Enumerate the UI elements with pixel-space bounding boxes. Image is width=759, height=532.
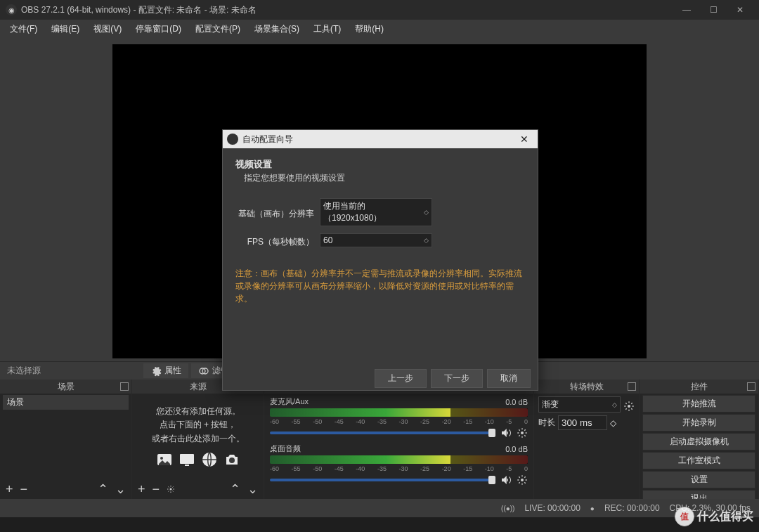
sources-panel: 来源 您还没有添加任何源。 点击下面的 + 按钮， 或者右击此处添加一个。 + … [132, 379, 264, 499]
dialog-subheading: 指定您想要使用的视频设置 [244, 172, 525, 184]
menu-file[interactable]: 文件(F) [3, 20, 44, 38]
transition-select[interactable]: 渐变◇ [538, 396, 621, 413]
watermark-text: 什么值得买 [697, 510, 753, 524]
chevron-icon: ◇ [424, 237, 429, 244]
duration-label: 时长 [538, 417, 555, 429]
start-recording-button[interactable]: 开始录制 [642, 414, 755, 432]
settings-button[interactable]: 设置 [642, 471, 755, 488]
svg-point-10 [521, 479, 524, 481]
source-type-icons [155, 451, 241, 468]
volume-slider[interactable] [270, 479, 495, 481]
mixer-panel: 混音器 麦克风/Aux 0.0 dB -60-55-50-45-40-35-30… [264, 379, 534, 499]
monitor-icon [178, 451, 196, 468]
svg-point-8 [170, 488, 172, 491]
transitions-panel: 转场特效 渐变◇ 时长 ◇ [534, 379, 640, 499]
fps-label: FPS（每秒帧数） [235, 236, 320, 248]
move-scene-down-button[interactable]: ⌄ [114, 481, 127, 497]
transitions-header: 转场特效 [534, 379, 639, 394]
filters-icon [198, 365, 209, 377]
watermark: 值 什么值得买 [675, 507, 753, 526]
dialog-close-button[interactable]: ✕ [515, 134, 533, 145]
meter-ticks: -60-55-50-45-40-35-30-25-20-15-10-50 [270, 465, 528, 472]
start-streaming-button[interactable]: 开始推流 [642, 395, 755, 413]
audio-meter [270, 408, 528, 417]
globe-icon [200, 451, 219, 468]
spinner-icon[interactable]: ◇ [610, 418, 616, 428]
auto-config-wizard-dialog: 自动配置向导 ✕ 视频设置 指定您想要使用的视频设置 基础（画布）分辨率 使用当… [222, 129, 538, 391]
studio-mode-button[interactable]: 工作室模式 [642, 452, 755, 469]
menu-view[interactable]: 视图(V) [86, 20, 129, 38]
rec-dot-icon: ● [590, 505, 595, 512]
controls-panel: 控件 开始推流 开始录制 启动虚拟摄像机 工作室模式 设置 退出 [640, 379, 759, 499]
svg-point-11 [628, 405, 630, 408]
broadcast-icon: ((●)) [501, 505, 514, 512]
resolution-select[interactable]: 使用当前的（1920x1080）◇ [320, 198, 432, 226]
add-source-button[interactable]: + [136, 482, 147, 497]
menu-dock[interactable]: 停靠窗口(D) [129, 20, 188, 38]
svg-rect-4 [180, 454, 194, 464]
rec-status: REC: 00:00:00 [604, 503, 660, 513]
window-titlebar: ◉ OBS 27.2.1 (64-bit, windows) - 配置文件: 未… [0, 0, 759, 20]
fps-select[interactable]: 60◇ [320, 233, 432, 247]
back-button[interactable]: 上一步 [375, 369, 427, 388]
minimize-button[interactable]: — [673, 0, 700, 20]
channel-settings-icon[interactable] [517, 427, 528, 439]
volume-slider[interactable] [270, 432, 495, 434]
obs-logo-icon: ◉ [6, 4, 17, 15]
svg-point-3 [160, 457, 163, 460]
svg-rect-5 [185, 465, 189, 466]
svg-point-9 [521, 432, 524, 434]
mixer-channel-desktop: 桌面音频 0.0 dB -60-55-50-45-40-35-30-25-20-… [270, 443, 528, 486]
popout-icon[interactable] [747, 382, 755, 391]
menu-profile[interactable]: 配置文件(P) [188, 20, 247, 38]
camera-icon [223, 451, 241, 468]
menu-scene-collection[interactable]: 场景集合(S) [247, 20, 306, 38]
exit-button[interactable]: 退出 [642, 490, 755, 499]
dialog-heading: 视频设置 [235, 158, 525, 171]
start-virtual-cam-button[interactable]: 启动虚拟摄像机 [642, 433, 755, 450]
scenes-panel: 场景 场景 + − ⌃ ⌄ [0, 379, 132, 499]
watermark-icon: 值 [675, 507, 694, 526]
gear-icon [150, 365, 162, 377]
move-scene-up-button[interactable]: ⌃ [96, 481, 110, 497]
menubar: 文件(F) 编辑(E) 视图(V) 停靠窗口(D) 配置文件(P) 场景集合(S… [0, 20, 759, 38]
meter-ticks: -60-55-50-45-40-35-30-25-20-15-10-50 [270, 418, 528, 425]
speaker-icon[interactable] [500, 474, 512, 486]
image-icon [155, 451, 174, 468]
mixer-channel-mic: 麦克风/Aux 0.0 dB -60-55-50-45-40-35-30-25-… [270, 396, 528, 439]
close-button[interactable]: ✕ [727, 0, 753, 20]
sources-empty-text: 您还没有添加任何源。 点击下面的 + 按钮， 或者右击此处添加一个。 [152, 405, 245, 446]
chevron-icon: ◇ [424, 209, 429, 216]
dialog-title: 自动配置向导 [242, 134, 515, 145]
transition-settings-icon[interactable] [623, 401, 635, 412]
obs-logo-icon [227, 134, 238, 145]
speaker-icon[interactable] [500, 427, 512, 439]
next-button[interactable]: 下一步 [431, 369, 483, 388]
resolution-label: 基础（画布）分辨率 [235, 208, 320, 220]
dialog-titlebar: 自动配置向导 ✕ [223, 130, 538, 148]
controls-header: 控件 [640, 379, 758, 394]
properties-button[interactable]: 属性 [143, 363, 188, 378]
audio-meter [270, 455, 528, 464]
scenes-header: 场景 [0, 379, 131, 394]
window-title: OBS 27.2.1 (64-bit, windows) - 配置文件: 未命名… [21, 4, 673, 16]
menu-help[interactable]: 帮助(H) [348, 20, 391, 38]
popout-icon[interactable] [120, 382, 129, 391]
duration-input[interactable] [558, 415, 607, 430]
menu-edit[interactable]: 编辑(E) [44, 20, 86, 38]
source-settings-icon[interactable] [165, 484, 176, 495]
popout-icon[interactable] [628, 382, 636, 391]
chevron-icon: ◇ [612, 401, 617, 408]
cancel-button[interactable]: 取消 [487, 369, 531, 388]
maximize-button[interactable]: ☐ [700, 0, 727, 20]
menu-tools[interactable]: 工具(T) [306, 20, 348, 38]
channel-settings-icon[interactable] [517, 474, 528, 486]
add-scene-button[interactable]: + [4, 482, 15, 497]
scene-item[interactable]: 场景 [3, 395, 129, 410]
remove-source-button[interactable]: − [151, 482, 162, 497]
remove-scene-button[interactable]: − [19, 482, 30, 497]
move-source-down-button[interactable]: ⌄ [246, 481, 259, 497]
panels-row: 场景 场景 + − ⌃ ⌄ 来源 您还没有添加任何源。 点击下面的 + 按钮， … [0, 379, 759, 499]
statusbar: ((●)) LIVE: 00:00:00 ● REC: 00:00:00 CPU… [0, 499, 759, 517]
move-source-up-button[interactable]: ⌃ [228, 481, 242, 497]
